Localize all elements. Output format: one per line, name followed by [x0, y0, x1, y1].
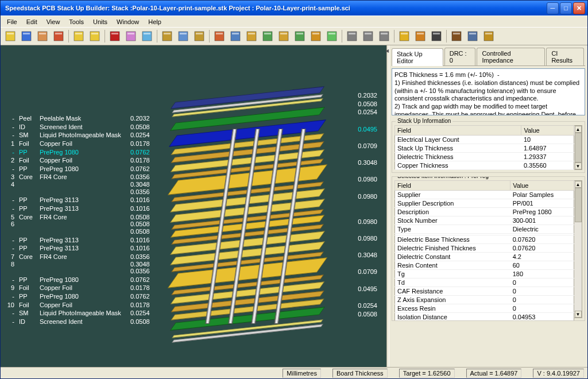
maximize-button[interactable]: □ — [560, 2, 572, 14]
table-row[interactable]: Dielectric Constant4.2 — [395, 253, 574, 261]
layer-row[interactable]: -IDScreened Ident0.0508 — [6, 318, 154, 326]
toolbar-delete-button[interactable] — [107, 29, 122, 44]
layer-row[interactable]: -PPPrePreg 31130.1016 — [6, 204, 154, 213]
scroll-down-icon[interactable]: ▼ — [575, 311, 582, 318]
tab-controlled-impedance[interactable]: Controlled Impedance — [477, 48, 545, 65]
col-value[interactable]: Value — [510, 181, 574, 191]
toolbar-3d-b-button[interactable] — [413, 29, 428, 44]
layer-row[interactable]: -PPPrePreg 31130.1016 — [6, 196, 154, 204]
toolbar-tool-h-button[interactable] — [324, 29, 339, 44]
scroll-up-icon[interactable]: ▲ — [575, 181, 582, 188]
layer-row[interactable]: 5 6CoreFR4 Core0.0508 0.0508 0.0508 — [6, 213, 154, 236]
toolbar-wizard-button[interactable] — [19, 29, 34, 44]
toolbar-3d-a-button[interactable] — [397, 29, 412, 44]
table-row[interactable]: Z Axis Expansion0 — [395, 296, 574, 304]
selected-item-table[interactable]: FieldValue SupplierPolar SamplesSupplier… — [394, 180, 574, 321]
table-row[interactable]: Copper Thickness0.35560 — [395, 161, 574, 170]
toolbar-tool-c-button[interactable] — [244, 29, 259, 44]
toolbar-tool-a-button[interactable] — [212, 29, 227, 44]
layer-row[interactable]: -SMLiquid PhotoImageable Mask0.0254 — [6, 309, 154, 318]
table-row[interactable]: CAF Resistance0 — [395, 287, 574, 296]
toolbar-palette-button[interactable] — [51, 29, 66, 44]
menu-edit[interactable]: Edit — [22, 17, 41, 26]
table-row[interactable]: Electrical Layer Count10 — [395, 136, 574, 144]
toolbar-layer-a-button[interactable] — [160, 29, 175, 44]
tab-drc-0[interactable]: DRC : 0 — [444, 48, 476, 65]
table-row[interactable]: Excess Resin0 — [395, 304, 574, 313]
table-row[interactable]: TypeDielectric — [395, 225, 574, 234]
menu-help[interactable]: Help — [144, 17, 165, 26]
toolbar-tool-d-button[interactable] — [260, 29, 275, 44]
notes-box[interactable]: PCB Thickness = 1.6 mm (+/- 10%) - 1) Fi… — [392, 68, 585, 115]
toolbar-tool-b-button[interactable] — [228, 29, 243, 44]
table-row[interactable]: Isolation Distance0.04953 — [395, 313, 574, 322]
toolbar-3d-c-button[interactable] — [429, 29, 444, 44]
toolbar-tool-f-button[interactable] — [292, 29, 307, 44]
toolbar-new-button[interactable] — [3, 29, 18, 44]
layer-row[interactable]: 7 8CoreFR4 Core0.0356 0.3048 0.0356 — [6, 253, 154, 276]
tab-stack-up-editor[interactable]: Stack Up Editor — [392, 48, 443, 66]
menu-view[interactable]: View — [42, 17, 64, 26]
menu-units[interactable]: Units — [89, 17, 111, 26]
layer-row[interactable]: 2FoilCopper Foil0.0178 — [6, 156, 154, 165]
col-field[interactable]: Field — [395, 126, 521, 136]
titlebar[interactable]: Speedstack PCB Stack Up Builder: Stack :… — [1, 1, 587, 16]
layer-row[interactable]: -IDScreened Ident0.0508 — [6, 123, 154, 132]
layer-row[interactable]: -SMLiquid PhotoImageable Mask0.0254 — [6, 131, 154, 140]
scroll-thumb[interactable] — [575, 188, 582, 222]
stackup-3d-view[interactable] — [173, 94, 374, 367]
layer-row[interactable]: 3 4CoreFR4 Core0.0356 0.3048 0.0356 — [6, 173, 154, 196]
layer-row[interactable]: -PPPrePreg 10800.0762 — [6, 148, 154, 157]
toolbar-report-a-button[interactable] — [449, 29, 464, 44]
table-row[interactable]: DescriptionPrePreg 1080 — [395, 208, 574, 216]
layer-row[interactable]: 1FoilCopper Foil0.0178 — [6, 140, 154, 148]
scrollbar[interactable]: ▲▼ — [574, 180, 582, 318]
menu-tools[interactable]: Tools — [65, 17, 88, 26]
toolbar-layer-b-button[interactable] — [176, 29, 191, 44]
table-row[interactable]: SupplierPolar Samples — [395, 191, 574, 199]
table-row[interactable]: Stack Up Thickness1.64897 — [395, 144, 574, 153]
minimize-button[interactable]: ─ — [547, 2, 559, 14]
table-row[interactable]: Dielectric Base Thickness0.07620 — [395, 235, 574, 244]
toolbar-mirror-button[interactable] — [140, 29, 154, 44]
menu-window[interactable]: Window — [113, 17, 143, 26]
layer-row[interactable]: 10FoilCopper Foil0.0178 — [6, 301, 154, 310]
toolbar-via-b-button[interactable] — [361, 29, 376, 44]
table-row[interactable]: Supplier DescriptionPP/001 — [395, 199, 574, 208]
toolbar-via-c-button[interactable] — [377, 29, 392, 44]
toolbar-swap-button[interactable] — [123, 29, 138, 44]
scroll-thumb[interactable] — [575, 133, 582, 163]
table-row[interactable]: Tg180 — [395, 270, 574, 279]
scrollbar[interactable]: ▲▼ — [574, 125, 582, 170]
close-button[interactable]: ✕ — [573, 2, 585, 14]
layer-row[interactable]: -PPPrePreg 31130.1016 — [6, 236, 154, 245]
stackup-info-table[interactable]: FieldValue Electrical Layer Count10Stack… — [394, 125, 574, 170]
layer-row[interactable]: -PPPrePreg 31130.1016 — [6, 244, 154, 253]
tab-ci-results[interactable]: CI Results — [546, 48, 584, 65]
scroll-up-icon[interactable]: ▲ — [575, 126, 582, 133]
splitter[interactable] — [386, 45, 389, 367]
toolbar-report-b-button[interactable] — [465, 29, 480, 44]
toolbar-man-button[interactable] — [35, 29, 50, 44]
toolbar-via-a-button[interactable] — [345, 29, 359, 44]
toolbar-tool-g-button[interactable] — [308, 29, 323, 44]
layer-row[interactable]: -PeelPeelable Mask0.2032 — [6, 114, 154, 123]
col-value[interactable]: Value — [521, 126, 574, 136]
menu-file[interactable]: File — [3, 17, 21, 26]
table-row[interactable]: Td0 — [395, 279, 574, 287]
layer-row[interactable]: -PPPrePreg 10800.0762 — [6, 165, 154, 173]
layer-row[interactable]: 9FoilCopper Foil0.0178 — [6, 284, 154, 292]
table-row[interactable]: Stock Number300-001 — [395, 216, 574, 225]
scroll-down-icon[interactable]: ▼ — [575, 163, 582, 169]
toolbar-stack1-button[interactable] — [71, 29, 86, 44]
layer-row[interactable]: -PPPrePreg 10800.0762 — [6, 276, 154, 284]
layer-row[interactable]: -PPPrePreg 10800.0762 — [6, 292, 154, 301]
table-row[interactable]: Dielectric Thickness1.29337 — [395, 153, 574, 161]
toolbar-layer-c-button[interactable] — [192, 29, 207, 44]
toolbar-stack2-button[interactable] — [87, 29, 102, 44]
table-row[interactable]: Resin Content60 — [395, 261, 574, 270]
col-field[interactable]: Field — [395, 181, 510, 191]
stackup-viewport[interactable]: -PeelPeelable Mask0.2032-IDScreened Iden… — [1, 45, 386, 367]
toolbar-report-c-button[interactable] — [481, 29, 496, 44]
toolbar-tool-e-button[interactable] — [276, 29, 291, 44]
